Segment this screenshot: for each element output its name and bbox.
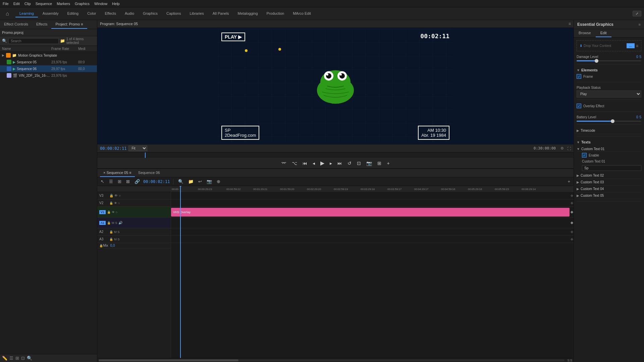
- metadata-icon[interactable]: 🔍: [27, 356, 32, 361]
- eg-damage-thumb[interactable]: [595, 59, 598, 63]
- workspace-tab-learning[interactable]: Learning: [15, 10, 38, 17]
- tab-effect-controls[interactable]: Effect Controls: [0, 20, 32, 29]
- multi-cam-btn[interactable]: ⊞: [376, 160, 383, 167]
- track-a1-vol[interactable]: 🔊: [118, 221, 122, 225]
- menu-sequence[interactable]: Sequence: [36, 2, 52, 6]
- workspace-tab-color[interactable]: Color: [83, 10, 100, 17]
- track-a3-s[interactable]: S: [118, 238, 120, 241]
- header-expand-btn[interactable]: ⤢: [633, 11, 641, 16]
- track-v2-lock[interactable]: 🔒: [109, 201, 113, 205]
- monitor-canvas[interactable]: PLAY ▶ 00:02:11: [218, 29, 453, 143]
- eg-timecode-expand[interactable]: ▶ Timecode: [577, 127, 641, 134]
- track-v3-lock[interactable]: 🔒: [109, 194, 113, 197]
- timeline-tab-seq05[interactable]: × Sequence 05 ≡: [100, 169, 135, 177]
- eg-drop-zone[interactable]: ⬇ Drop Your Content ... ≡: [577, 40, 641, 51]
- eg-battery-thumb[interactable]: [611, 119, 614, 123]
- track-a2-m[interactable]: M: [114, 230, 117, 234]
- eg-custom-text-05-row[interactable]: ▶ Custom Text 05: [577, 192, 641, 199]
- mark-in-btn[interactable]: ⌤: [280, 160, 288, 167]
- tl-history-icon[interactable]: ↩: [197, 178, 203, 185]
- monitor-zoom-select[interactable]: Fit 100% 50%: [128, 145, 147, 151]
- track-a3-lock[interactable]: 🔒: [109, 238, 113, 241]
- home-icon[interactable]: ⌂: [3, 9, 12, 18]
- new-item-icon[interactable]: ✏️: [2, 356, 7, 361]
- eg-battery-slider[interactable]: [577, 121, 641, 122]
- track-a2-lock[interactable]: 🔒: [109, 230, 113, 234]
- menu-graphics[interactable]: Graphics: [75, 2, 90, 6]
- tl-list-icon[interactable]: ☰: [108, 178, 114, 185]
- tl-timecode[interactable]: 00:00:02:11: [143, 179, 170, 184]
- eg-texts-header[interactable]: ▼ Texts: [577, 139, 641, 145]
- tl-search-icon[interactable]: 🔍: [177, 178, 185, 185]
- next-edit-btn[interactable]: ⏭: [336, 160, 343, 167]
- menu-clip[interactable]: Clip: [24, 2, 31, 6]
- monitor-time-display[interactable]: 00:00:02:11: [100, 146, 126, 151]
- file-item-vin[interactable]: 🎬 VIN_2DF_15s_16-9_5.mp4 23,976 fps: [0, 72, 97, 79]
- eg-custom-text-02-row[interactable]: ▶ Custom Text 02: [577, 172, 641, 179]
- search-input[interactable]: [8, 38, 59, 44]
- menu-edit[interactable]: Edit: [13, 2, 20, 6]
- drop-zone-menu[interactable]: ≡: [636, 44, 638, 48]
- eg-custom-text-04-row[interactable]: ▶ Custom Text 04: [577, 186, 641, 192]
- eg-elements-header[interactable]: ▼ Elements: [577, 67, 641, 73]
- tl-cursor-tool[interactable]: ↖: [99, 178, 106, 185]
- file-item-mgt[interactable]: ▶ 📁 Motion Graphics Template: [0, 52, 97, 59]
- timeline-tab-seq06[interactable]: Sequence 06: [135, 169, 163, 177]
- play-btn[interactable]: ▶: [319, 159, 326, 167]
- tl-grid-icon[interactable]: ⊞: [116, 178, 123, 185]
- prev-edit-btn[interactable]: ⏮: [301, 160, 309, 167]
- track-a1-active-btn[interactable]: A1: [99, 221, 106, 225]
- file-item-seq06[interactable]: ▶ Sequence 06 29,97 fps 00,0: [0, 65, 97, 72]
- track-a1-m[interactable]: M: [112, 221, 114, 225]
- workspace-tab-captions[interactable]: Captions: [162, 10, 185, 17]
- eg-tab-browse[interactable]: Browse: [574, 29, 596, 37]
- add-marker-btn[interactable]: +: [385, 160, 391, 167]
- workspace-tab-allpanels[interactable]: All Panels: [209, 10, 233, 17]
- eg-menu-icon[interactable]: ≡: [639, 22, 641, 26]
- fullscreen-icon[interactable]: ⛶: [567, 146, 571, 150]
- track-mix-lock[interactable]: 🔒: [99, 244, 103, 247]
- timeline-scroll-track[interactable]: [99, 359, 565, 361]
- tab-effects[interactable]: Effects: [32, 20, 51, 29]
- tab-project-promo[interactable]: Project: Promo ≡: [51, 20, 87, 29]
- eg-ct01-enable-checkbox[interactable]: ✓: [582, 153, 587, 158]
- icon-view-icon[interactable]: ⊞: [15, 356, 19, 361]
- folder-icon[interactable]: 📁: [60, 39, 65, 43]
- tracks-container[interactable]: 00:00 00:00:29:23 00:00:59:22 00:01:29:2…: [171, 186, 574, 358]
- scrubber-bar[interactable]: [97, 153, 574, 158]
- workspace-tab-graphics[interactable]: Graphics: [139, 10, 162, 17]
- eg-overlay-checkbox[interactable]: ✓: [577, 104, 581, 108]
- timeline-scroll-thumb[interactable]: [99, 359, 238, 361]
- file-item-seq05[interactable]: ▶ Sequence 05 23,976 fps 00:0: [0, 59, 97, 65]
- freeform-icon[interactable]: ⊡: [21, 356, 25, 361]
- tl-plus-icon[interactable]: +: [566, 178, 572, 185]
- eg-playback-dropdown[interactable]: Play Pause Stop: [577, 90, 641, 98]
- workspace-tab-production[interactable]: Production: [263, 10, 288, 17]
- workspace-tab-audio[interactable]: Audio: [121, 10, 138, 17]
- workspace-tab-editing[interactable]: Editing: [63, 10, 83, 17]
- workspace-tab-metalogging[interactable]: Metalogging: [234, 10, 262, 17]
- track-v1-visible[interactable]: 👁: [112, 210, 115, 214]
- track-a1-lock[interactable]: 🔒: [107, 221, 111, 225]
- eg-content[interactable]: ⬇ Drop Your Content ... ≡ Damage Level 0…: [574, 38, 644, 362]
- tl-folder-icon[interactable]: 📁: [187, 178, 195, 185]
- tl-snap-icon[interactable]: ⊠: [125, 178, 131, 185]
- track-v3-visible[interactable]: 👁: [114, 194, 118, 197]
- mark-out-btn[interactable]: ⌥: [290, 160, 299, 167]
- eg-damage-slider[interactable]: [577, 60, 641, 61]
- step-back-btn[interactable]: ◂: [311, 160, 316, 167]
- track-a1-s[interactable]: S: [115, 221, 117, 225]
- workspace-tab-marcoedit[interactable]: MArco Edit: [289, 10, 315, 17]
- tl-overlay-icon[interactable]: ⊕: [215, 178, 222, 185]
- step-forward-btn[interactable]: ▸: [328, 160, 333, 167]
- track-v1-lock[interactable]: 🔒: [107, 210, 111, 214]
- eg-tab-edit[interactable]: Edit: [596, 29, 611, 37]
- workspace-tab-effects[interactable]: Effects: [101, 10, 120, 17]
- eg-ct01-text-input[interactable]: [582, 165, 641, 171]
- track-v2-sync[interactable]: ○: [118, 201, 120, 205]
- workspace-tab-libraries[interactable]: Libraries: [185, 10, 208, 17]
- tl-link-icon[interactable]: 🔗: [133, 178, 141, 185]
- track-v2-visible[interactable]: 👁: [114, 201, 117, 205]
- list-view-icon[interactable]: ☰: [9, 356, 13, 361]
- monitor-menu-icon[interactable]: ≡: [569, 21, 571, 26]
